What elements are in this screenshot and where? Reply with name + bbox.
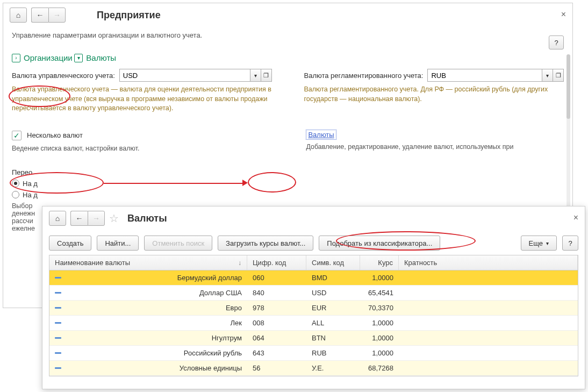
dlg-back-button[interactable]: ←: [70, 211, 88, 226]
cell-mul: [399, 331, 578, 345]
cell-mul: [399, 270, 578, 285]
cell-name: Нгултрум: [49, 331, 247, 345]
cell-rate: 1,0000: [360, 270, 399, 285]
table-row[interactable]: Российский рубль643RUB1,0000: [49, 346, 578, 361]
col-name-label: Наименование валюты: [55, 259, 130, 267]
forward-button[interactable]: →: [48, 8, 66, 23]
cell-rate: 68,7268: [360, 361, 399, 375]
radio-selected-icon: [12, 180, 19, 187]
help-button[interactable]: ?: [549, 35, 564, 49]
table-row[interactable]: Нгултрум064BTN1,0000: [49, 331, 578, 346]
annotation-arrow-line: [104, 183, 242, 184]
cell-name: Условные единицы: [49, 361, 247, 375]
currency-fields: Валюта управленческого учета: ▾ ❐ Валюта…: [12, 69, 564, 113]
col-sym-header[interactable]: Симв. код: [306, 255, 360, 270]
pick-from-classifier-button[interactable]: Подобрать из классификатора...: [319, 236, 440, 251]
cell-num: 840: [247, 286, 306, 300]
cell-num: 064: [247, 331, 306, 345]
dlg-forward-button[interactable]: →: [88, 211, 105, 226]
row-icon: [55, 367, 61, 369]
cell-sym: BTN: [306, 331, 360, 345]
scrollbar-thumb[interactable]: [567, 54, 570, 119]
cell-name: Евро: [49, 301, 247, 315]
link-block: Валюты Добавление, редактирование, удале…: [306, 123, 513, 151]
sort-arrow-icon: ↓: [238, 259, 241, 267]
mgmt-combo: ▾ ❐: [119, 69, 272, 82]
regl-input[interactable]: [427, 69, 542, 82]
currencies-link[interactable]: Валюты: [306, 130, 336, 140]
table-row[interactable]: Бермудский доллар060BMD1,0000: [49, 270, 578, 286]
mgmt-input[interactable]: [119, 69, 250, 82]
main-content: Управление параметрами организации и вал…: [3, 27, 572, 237]
cell-rate: 1,0000: [360, 346, 399, 360]
star-icon[interactable]: ☆: [109, 212, 119, 225]
cell-num: 643: [247, 346, 306, 360]
cancel-search-button[interactable]: Отменить поиск: [144, 236, 212, 251]
close-icon[interactable]: ×: [561, 10, 566, 19]
multi-currency-note: Ведение списка валют, настройки валют.: [12, 145, 139, 152]
cell-sym: BMD: [306, 270, 360, 285]
row-icon: [55, 292, 61, 294]
cell-name: Доллар США: [49, 286, 247, 300]
organizations-label: Организации: [24, 53, 73, 62]
pereo-label: Перео: [12, 168, 564, 176]
cell-mul: [399, 361, 578, 375]
dialog-title: Валюты: [127, 213, 167, 224]
dlg-nav-group: ← →: [70, 211, 105, 226]
find-button[interactable]: Найти...: [97, 236, 139, 251]
more-label: Еще: [529, 239, 543, 247]
currencies-dialog: ⌂ ← → ☆ Валюты × Создать Найти... Отмени…: [42, 206, 585, 389]
more-button[interactable]: Еще ▾: [521, 236, 557, 251]
main-toolbar: ⌂ ← → Предприятие ×: [3, 3, 572, 27]
col-mul-header[interactable]: Кратность: [399, 255, 578, 270]
radio-option-2[interactable]: На д: [12, 191, 564, 199]
mgmt-description: Валюта управленческого учета — валюта дл…: [12, 85, 272, 113]
multi-currency-check[interactable]: ✓ Несколько валют: [12, 131, 83, 140]
row-icon: [55, 337, 61, 339]
cell-mul: [399, 286, 578, 300]
col-rate-header[interactable]: Курс: [360, 255, 399, 270]
mgmt-label: Валюта управленческого учета:: [12, 72, 115, 80]
regl-label: Валюта регламентированного учета:: [304, 72, 424, 80]
regl-column: Валюта регламентированного учета: ▾ ❐ Ва…: [304, 69, 564, 113]
load-rates-button[interactable]: Загрузить курсы валют...: [218, 236, 313, 251]
regl-open-button[interactable]: ❐: [553, 69, 564, 82]
mgmt-open-button[interactable]: ❐: [261, 69, 272, 82]
cell-rate: 1,0000: [360, 316, 399, 330]
back-button[interactable]: ←: [31, 8, 48, 23]
cell-rate: 70,3370: [360, 301, 399, 315]
radio-option-1[interactable]: На д: [12, 180, 564, 188]
currencies-section[interactable]: ▾ Валюты: [74, 53, 116, 62]
cell-name: Лек: [49, 316, 247, 330]
table-row[interactable]: Условные единицы56У.Е.68,7268: [49, 361, 578, 376]
mgmt-dropdown-button[interactable]: ▾: [250, 69, 261, 82]
dlg-home-button[interactable]: ⌂: [49, 211, 66, 226]
row-icon: [55, 277, 61, 279]
row-icon: [55, 307, 61, 309]
create-button[interactable]: Создать: [49, 236, 91, 251]
table-row[interactable]: Евро978EUR70,3370: [49, 301, 578, 316]
currencies-grid: Наименование валюты ↓ Цифр. код Симв. ко…: [49, 255, 578, 376]
currencies-label: Валюты: [86, 53, 116, 62]
organizations-section[interactable]: › Организации: [12, 53, 73, 62]
cell-num: 978: [247, 301, 306, 315]
regl-dropdown-button[interactable]: ▾: [542, 69, 553, 82]
checkbox-icon: ✓: [12, 131, 21, 140]
table-row[interactable]: Доллар США840USD65,4541: [49, 286, 578, 301]
cell-rate: 65,4541: [360, 286, 399, 300]
col-name-header[interactable]: Наименование валюты ↓: [49, 255, 247, 270]
cell-name: Российский рубль: [49, 346, 247, 360]
mgmt-field-line: Валюта управленческого учета: ▾ ❐: [12, 69, 272, 82]
table-row[interactable]: Лек008ALL1,0000: [49, 316, 578, 331]
dlg-close-icon[interactable]: ×: [573, 213, 578, 223]
col-num-header[interactable]: Цифр. код: [247, 255, 306, 270]
radio-icon: [12, 191, 19, 198]
home-button[interactable]: ⌂: [10, 8, 27, 23]
cell-mul: [399, 346, 578, 360]
nav-group: ← →: [31, 8, 66, 23]
cell-sym: USD: [306, 286, 360, 300]
dlg-help-button[interactable]: ?: [562, 236, 578, 251]
dialog-button-bar: Создать Найти... Отменить поиск Загрузит…: [42, 230, 585, 255]
page-title: Предприятие: [97, 10, 161, 21]
multi-block: ✓ Несколько валют Ведение списка валют, …: [12, 123, 139, 152]
